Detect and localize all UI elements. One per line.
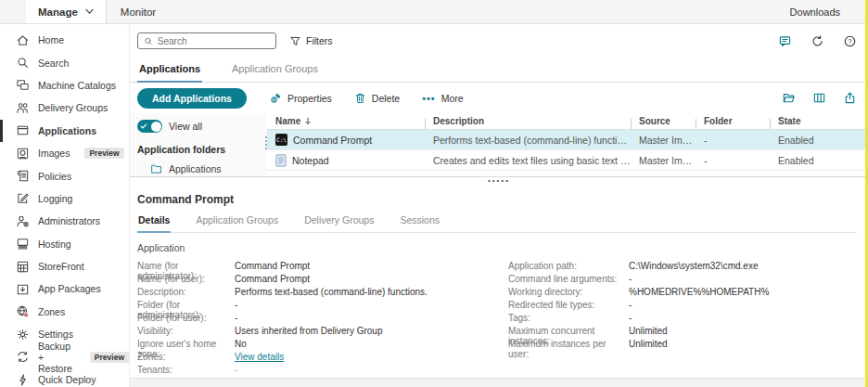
more-button[interactable]: ••• More (422, 93, 464, 104)
manage-label: Manage (38, 6, 78, 18)
sidebar-item-images[interactable]: Images Preview (0, 142, 129, 164)
delete-button[interactable]: Delete (354, 92, 400, 105)
help-icon[interactable]: ? (843, 34, 857, 48)
search-icon (144, 36, 153, 46)
details-properties: Name (for administrator):Command Prompt … (137, 261, 857, 378)
details-tab-sessions[interactable]: Sessions (399, 214, 440, 232)
sidebar-item-applications[interactable]: Applications (0, 120, 129, 142)
sidebar-item-administrators[interactable]: Administrators (0, 210, 129, 232)
images-icon (16, 147, 30, 161)
sidebar-item-policies[interactable]: Policies (0, 164, 129, 187)
details-tab-application-groups[interactable]: Application Groups (195, 214, 279, 232)
tab-applications[interactable]: Applications (137, 61, 202, 83)
toggle-on-icon[interactable] (137, 120, 162, 133)
quick-deploy-icon (16, 373, 30, 387)
preview-badge: Preview (84, 148, 123, 159)
app-folder: - (696, 135, 770, 146)
horizontal-splitter[interactable]: ••••• (130, 176, 868, 185)
sidebar-item-hosting[interactable]: Hosting (0, 233, 129, 255)
tree-item-label: Applications (169, 163, 222, 174)
sidebar-item-label: Search (38, 58, 69, 69)
storefront-icon (16, 260, 30, 274)
delivery-groups-icon (16, 101, 30, 115)
tab-monitor[interactable]: Monitor (107, 6, 170, 18)
panel-resize-handle[interactable] (263, 135, 269, 151)
view-all-label: View all (169, 121, 202, 132)
app-description: Performs text-based (command-line) funct… (425, 135, 631, 146)
export-icon[interactable] (843, 91, 857, 105)
details-left-column: Name (for administrator):Command Prompt … (137, 261, 508, 378)
chevron-down-icon (85, 8, 94, 15)
sidebar-item-app-packages[interactable]: App Packages (0, 277, 129, 300)
column-header-source[interactable]: Source (631, 116, 696, 126)
toolbar: Add Applications Properties Delete ••• M… (130, 83, 868, 113)
table-row-notepad[interactable]: Notepad Creates and edits text files usi… (267, 150, 868, 171)
app-state: Enabled (770, 135, 868, 146)
folder-view-icon[interactable] (782, 91, 796, 105)
app-source: Master Image (631, 135, 696, 146)
sidebar-item-delivery-groups[interactable]: Delivery Groups (0, 97, 129, 119)
sidebar-item-label: Home (38, 34, 64, 45)
app-folder: - (696, 155, 770, 166)
properties-button[interactable]: Properties (269, 92, 332, 105)
sidebar-item-label: Delivery Groups (38, 102, 108, 113)
details-right-column: Application path:C:\Windows\system32\cmd… (508, 261, 769, 378)
search-box[interactable] (137, 32, 276, 49)
sidebar-item-backup-restore[interactable]: Backup + Restore Preview (0, 345, 129, 368)
settings-gear-icon (16, 328, 30, 342)
sidebar-item-label: Applications (38, 125, 96, 136)
applications-table: Name Description Source Folder State C:\… (267, 113, 868, 176)
refresh-icon[interactable] (811, 34, 824, 48)
details-tabs: Details Application Groups Delivery Grou… (137, 214, 857, 233)
add-applications-button[interactable]: Add Applications (137, 88, 247, 109)
sidebar: Home Search Machine Catalogs Delivery Gr… (0, 24, 130, 387)
search-icon (16, 56, 30, 70)
administrators-icon (16, 214, 30, 228)
table-row-command-prompt[interactable]: C:\ Command Prompt Performs text-based (… (267, 130, 868, 150)
more-dots-icon: ••• (422, 93, 436, 104)
app-state: Enabled (770, 155, 868, 166)
app-packages-icon (16, 282, 30, 296)
view-details-link[interactable]: View details (235, 352, 508, 365)
sidebar-item-label: Images (38, 148, 70, 159)
command-prompt-icon: C:\ (275, 134, 287, 146)
search-row: Filters ? (130, 24, 868, 50)
downloads-link[interactable]: Downloads (790, 6, 840, 18)
sidebar-item-home[interactable]: Home (0, 29, 129, 51)
column-header-description[interactable]: Description (425, 116, 631, 126)
details-tab-details[interactable]: Details (137, 214, 171, 233)
sidebar-item-search[interactable]: Search (0, 51, 129, 73)
filters-button[interactable]: Filters (289, 35, 333, 47)
sidebar-item-zones[interactable]: Zones (0, 301, 129, 323)
bottom-filler (130, 378, 868, 387)
home-icon (16, 33, 30, 47)
tab-application-groups[interactable]: Application Groups (230, 61, 320, 82)
sort-desc-icon (304, 117, 312, 125)
main-tabs: Applications Application Groups (130, 61, 868, 83)
trash-icon (354, 92, 366, 105)
sidebar-item-logging[interactable]: Logging (0, 187, 129, 210)
sidebar-item-label: Administrators (38, 215, 100, 226)
feedback-icon[interactable] (778, 34, 792, 48)
search-input[interactable] (158, 36, 270, 46)
more-label: More (441, 93, 464, 104)
app-source: Master Image (631, 155, 696, 166)
properties-label: Properties (287, 93, 332, 104)
view-all-toggle[interactable]: View all (137, 118, 267, 135)
tree-item-applications[interactable]: Applications (137, 163, 267, 174)
sidebar-item-label: Backup + Restore (38, 341, 75, 374)
app-description: Creates and edits text files using basic… (425, 155, 631, 166)
details-tab-delivery-groups[interactable]: Delivery Groups (303, 214, 375, 232)
app-name: Command Prompt (293, 135, 372, 146)
app-name: Notepad (292, 155, 329, 166)
app-window: Manage Monitor Downloads Home Search Mac… (0, 0, 868, 387)
main-content: Filters ? Applications Application Gro (130, 24, 868, 387)
sidebar-item-storefront[interactable]: StoreFront (0, 255, 129, 277)
tab-manage[interactable]: Manage (26, 0, 106, 23)
sidebar-item-machine-catalogs[interactable]: Machine Catalogs (0, 74, 129, 97)
list-area: View all Application folders Application… (130, 113, 868, 176)
column-header-folder[interactable]: Folder (696, 116, 770, 126)
column-header-state[interactable]: State (770, 116, 868, 126)
columns-icon[interactable] (812, 91, 826, 105)
column-header-name[interactable]: Name (267, 116, 425, 126)
